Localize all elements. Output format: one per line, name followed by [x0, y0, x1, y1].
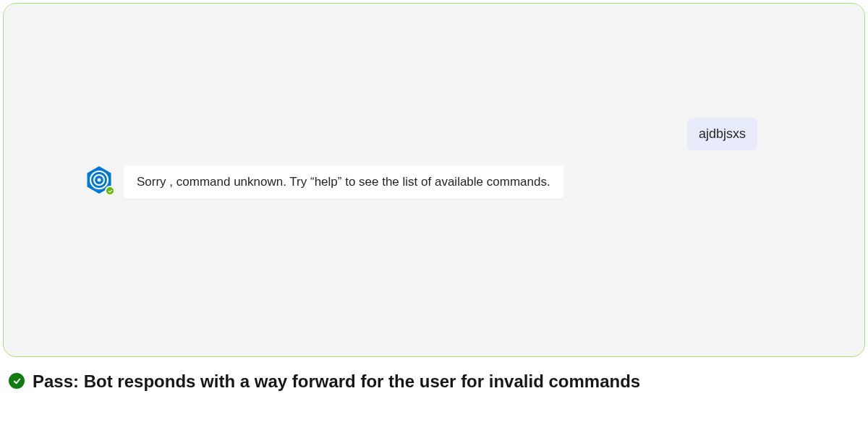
bot-message-bubble: Sorry , command unknown. Try “help” to s… — [124, 165, 563, 199]
user-message-bubble: ajdbjsxs — [687, 118, 757, 150]
svg-point-3 — [98, 179, 101, 182]
bot-message-row: Sorry , command unknown. Try “help” to s… — [85, 165, 563, 199]
result-caption-row: Pass: Bot responds with a way forward fo… — [3, 370, 865, 393]
bot-message-text: Sorry , command unknown. Try “help” to s… — [137, 175, 550, 189]
pass-check-icon — [9, 373, 25, 389]
user-message-text: ajdbjsxs — [699, 126, 746, 141]
result-caption-text: Pass: Bot responds with a way forward fo… — [33, 370, 640, 393]
chat-panel: ajdbjsxs Sorry , command unknown. Try “h… — [3, 3, 865, 357]
presence-available-icon — [105, 186, 115, 196]
bot-avatar — [85, 165, 114, 194]
